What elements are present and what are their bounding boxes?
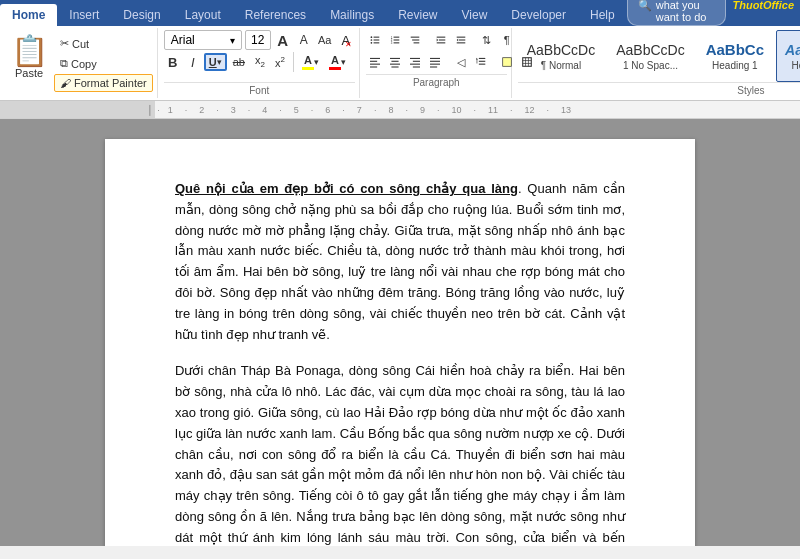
tell-me-input[interactable]: 🔍 Tell me what you want to do [627, 0, 727, 26]
svg-marker-42 [476, 58, 478, 64]
paste-label: Paste [15, 67, 43, 79]
sort-button[interactable]: ⇅ [478, 31, 496, 49]
ruler: │ · 1 · 2 · 3 · 4 · 5 · 6 · 7 · 8 · 9 · … [0, 101, 800, 119]
font-divider [293, 52, 294, 72]
tab-layout[interactable]: Layout [173, 4, 233, 26]
underline-button[interactable]: U ▾ [204, 53, 227, 71]
format-painter-label: Format Painter [74, 77, 147, 89]
paragraph-2-text: Dưới chân Tháp Bà Ponaga, dòng sông Cái … [175, 363, 625, 546]
tab-view[interactable]: View [450, 4, 500, 26]
tab-review[interactable]: Review [386, 4, 449, 26]
document-page[interactable]: Quê nội của em đẹp bởi có con sông chảy … [105, 139, 695, 546]
decrease-indent-button[interactable] [432, 31, 450, 49]
svg-marker-18 [436, 39, 437, 42]
paragraph-group: 123 ⇅ ¶ [362, 28, 512, 98]
tab-mailings[interactable]: Mailings [318, 4, 386, 26]
tab-help[interactable]: Help [578, 4, 627, 26]
font-color-dropdown-icon: ▾ [341, 57, 346, 67]
tab-insert[interactable]: Insert [57, 4, 111, 26]
svg-rect-43 [502, 58, 511, 67]
style-heading2-label: Heading 2 [791, 60, 800, 71]
cut-button[interactable]: ✂ Cut [54, 34, 153, 53]
line-spacing-button[interactable] [472, 53, 490, 71]
document-paragraph-2[interactable]: Dưới chân Tháp Bà Ponaga, dòng sông Cái … [175, 361, 625, 546]
tab-design[interactable]: Design [111, 4, 172, 26]
superscript-button[interactable]: x2 [271, 53, 289, 71]
svg-point-3 [370, 36, 372, 38]
style-no-spacing-label: 1 No Spac... [623, 60, 678, 71]
subscript-button[interactable]: x2 [251, 53, 269, 71]
font-size-value: 12 [251, 33, 264, 47]
font-color-bar [329, 67, 341, 70]
style-heading1-preview: AaBbCc [706, 41, 764, 58]
styles-group: AaBbCcDc ¶ Normal AaBbCcDc 1 No Spac... … [514, 28, 800, 98]
multilevel-list-button[interactable] [406, 31, 424, 49]
font-group: Arial ▾ 12 A A Aa A ✕ B I [160, 28, 360, 98]
svg-point-5 [370, 42, 372, 44]
copy-button[interactable]: ⧉ Copy [54, 54, 153, 73]
underline-dropdown-icon: ▾ [217, 57, 222, 67]
align-center-button[interactable] [386, 53, 404, 71]
tab-home[interactable]: Home [0, 4, 57, 26]
numbering-button[interactable]: 123 [386, 31, 404, 49]
strikethrough-button[interactable]: ab [229, 53, 249, 71]
font-group-label: Font [164, 82, 355, 96]
styles-row: AaBbCcDc ¶ Normal AaBbCcDc 1 No Spac... … [518, 30, 800, 82]
svg-point-4 [370, 39, 372, 41]
thuotoffice-logo: ThuotOffice [732, 0, 794, 11]
font-color-button[interactable]: A ▾ [325, 53, 350, 71]
paragraph-group-label: Paragraph [366, 74, 507, 88]
style-heading2-preview: AaBbCcI [785, 42, 800, 58]
font-grow-button[interactable]: A [274, 31, 292, 49]
align-left-button[interactable] [366, 53, 384, 71]
highlight-color-bar [302, 67, 314, 70]
tab-bar: Home Insert Design Layout References Mai… [0, 0, 800, 26]
format-painter-button[interactable]: 🖌 Format Painter [54, 74, 153, 92]
style-heading1[interactable]: AaBbCc Heading 1 [697, 30, 773, 82]
document-area: Quê nội của em đẹp bởi có con sông chảy … [0, 119, 800, 546]
style-heading1-label: Heading 1 [712, 60, 758, 71]
search-icon: 🔍 [638, 0, 652, 12]
svg-marker-22 [456, 39, 457, 42]
clear-format-icon: A ✕ [341, 33, 350, 48]
paste-icon: 📋 [11, 34, 48, 67]
font-size-dropdown[interactable]: 12 [245, 30, 271, 50]
text-highlight-button[interactable]: A ▾ [298, 53, 323, 71]
ruler-inner: · 1 · 2 · 3 · 4 · 5 · 6 · 7 · 8 · 9 · 10… [155, 101, 800, 118]
font-row2: B I U ▾ ab x2 x2 A [164, 52, 355, 72]
format-painter-icon: 🖌 [60, 77, 71, 89]
style-heading2[interactable]: AaBbCcI Heading 2 [776, 30, 800, 82]
tab-developer[interactable]: Developer [499, 4, 578, 26]
styles-group-label: Styles [518, 82, 800, 96]
paste-button[interactable]: 📋 Paste [8, 30, 50, 82]
style-normal-label: ¶ Normal [541, 60, 581, 71]
change-case-button[interactable]: Aa [316, 31, 334, 49]
bold-button[interactable]: B [164, 53, 182, 71]
cut-label: Cut [72, 38, 89, 50]
ribbon-content: 📋 Paste ✂ Cut ⧉ Copy 🖌 Format Painter [0, 26, 800, 101]
justify-button[interactable] [426, 53, 444, 71]
document-paragraph-1[interactable]: Quê nội của em đẹp bởi có con sông chảy … [175, 179, 625, 345]
font-shrink-button[interactable]: A [295, 31, 313, 49]
copy-label: Copy [71, 58, 97, 70]
tab-right-area: 🔍 Tell me what you want to do ThuotOffic… [627, 0, 800, 26]
copy-icon: ⧉ [60, 57, 68, 70]
tab-references[interactable]: References [233, 4, 318, 26]
bullets-button[interactable] [366, 31, 384, 49]
clear-format-button[interactable]: A ✕ [337, 31, 355, 49]
paragraph-row2: ◁ [366, 52, 507, 72]
underline-label: U [209, 56, 217, 68]
italic-button[interactable]: I [184, 53, 202, 71]
ltr-button[interactable]: ◁ [452, 53, 470, 71]
paragraph-row1: 123 ⇅ ¶ [366, 30, 507, 50]
increase-indent-button[interactable] [452, 31, 470, 49]
style-no-spacing[interactable]: AaBbCcDc 1 No Spac... [607, 30, 693, 82]
paragraph-1-text: Quê nội của em đẹp bởi có con sông chảy … [175, 181, 625, 342]
font-name-dropdown[interactable]: Arial ▾ [164, 30, 242, 50]
font-row1: Arial ▾ 12 A A Aa A ✕ [164, 30, 355, 50]
highlight-dropdown-icon: ▾ [314, 57, 319, 67]
align-right-button[interactable] [406, 53, 424, 71]
cut-icon: ✂ [60, 37, 69, 50]
style-no-spacing-preview: AaBbCcDc [616, 42, 684, 58]
style-normal[interactable]: AaBbCcDc ¶ Normal [518, 30, 604, 82]
